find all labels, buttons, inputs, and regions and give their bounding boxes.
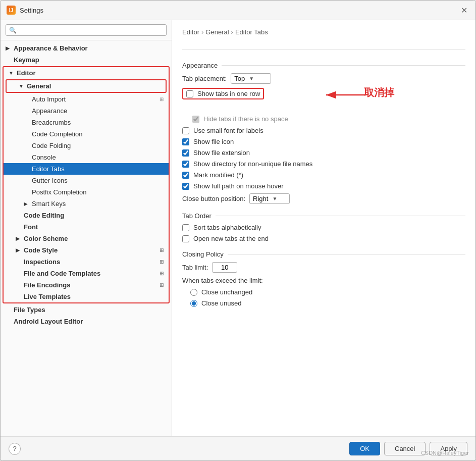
sidebar-item-file-types[interactable]: File Types bbox=[1, 304, 172, 316]
show-tabs-row: Show tabs in one row bbox=[182, 88, 264, 99]
sidebar-item-appearance[interactable]: Appearance bbox=[4, 105, 169, 117]
search-input[interactable] bbox=[19, 26, 163, 34]
sidebar-item-code-style[interactable]: ▶ Code Style ⊞ bbox=[4, 244, 169, 256]
tab-placement-label: Tab placement: bbox=[182, 75, 227, 82]
show-full-path-checkbox[interactable] bbox=[182, 183, 189, 190]
small-font-checkbox[interactable] bbox=[182, 127, 189, 134]
close-unchanged-radio[interactable] bbox=[190, 289, 197, 296]
show-file-icon-label: Show file icon bbox=[193, 138, 234, 145]
sidebar-item-appearance-behavior[interactable]: ▶ Appearance & Behavior bbox=[1, 42, 172, 54]
search-box: 🔍 bbox=[1, 20, 172, 40]
sidebar-item-smart-keys[interactable]: ▶ Smart Keys bbox=[4, 198, 169, 210]
sidebar-item-code-folding[interactable]: Code Folding bbox=[4, 140, 169, 151]
footer: ? OK Cancel Apply bbox=[1, 436, 475, 460]
sidebar-item-color-scheme[interactable]: ▶ Color Scheme bbox=[4, 233, 169, 244]
closing-policy-section-header: Closing Policy bbox=[182, 250, 465, 258]
sidebar-item-inspections[interactable]: Inspections ⊞ bbox=[4, 256, 169, 268]
cancel-button[interactable]: Cancel bbox=[384, 442, 426, 455]
show-file-ext-label: Show file extension bbox=[193, 149, 250, 157]
help-button[interactable]: ? bbox=[9, 443, 21, 455]
show-file-icon-row: Show file icon bbox=[182, 138, 465, 145]
show-directory-checkbox[interactable] bbox=[182, 161, 189, 168]
sidebar-item-code-editing[interactable]: Code Editing bbox=[4, 210, 169, 221]
tab-limit-input[interactable] bbox=[212, 262, 237, 273]
sidebar-item-editor-tabs[interactable]: Editor Tabs bbox=[4, 163, 169, 175]
show-file-ext-row: Show file extension bbox=[182, 149, 465, 157]
sidebar-item-file-encodings[interactable]: File Encodings ⊞ bbox=[4, 279, 169, 291]
title-bar: IJ Settings ✕ bbox=[1, 1, 475, 20]
ok-button[interactable]: OK bbox=[349, 442, 380, 455]
sidebar-item-console[interactable]: Console bbox=[4, 151, 169, 163]
app-icon: IJ bbox=[7, 6, 16, 15]
close-unused-row: Close unused bbox=[190, 299, 465, 307]
sort-tabs-checkbox[interactable] bbox=[182, 224, 189, 231]
show-tabs-label: Show tabs in one row bbox=[197, 90, 260, 97]
watermark: CSDN@HaleyTiger bbox=[421, 450, 469, 456]
expand-icon: ▼ bbox=[19, 83, 25, 89]
search-wrapper[interactable]: 🔍 bbox=[6, 24, 167, 36]
sidebar-item-android-layout[interactable]: Android Layout Editor bbox=[1, 316, 172, 327]
breadcrumb-sep: › bbox=[201, 28, 203, 36]
mark-modified-checkbox[interactable] bbox=[182, 172, 189, 179]
show-tabs-annotation-area: Show tabs in one row 取消掉 bbox=[182, 88, 465, 103]
small-font-row: Use small font for labels bbox=[182, 127, 465, 134]
sort-tabs-row: Sort tabs alphabetically bbox=[182, 224, 465, 231]
expand-icon: ▼ bbox=[9, 70, 15, 76]
sidebar-item-file-code-templates[interactable]: File and Code Templates ⊞ bbox=[4, 268, 169, 279]
appearance-section-header: Appearance bbox=[182, 62, 465, 69]
close-unused-radio[interactable] bbox=[190, 300, 197, 307]
mark-modified-label: Mark modified (*) bbox=[193, 171, 243, 179]
sidebar-item-general[interactable]: ▼ General bbox=[7, 80, 166, 92]
mark-modified-row: Mark modified (*) bbox=[182, 171, 465, 179]
close-button-dropdown[interactable]: Right ▼ bbox=[249, 193, 290, 204]
close-button[interactable]: ✕ bbox=[458, 5, 469, 16]
sidebar-item-postfix-completion[interactable]: Postfix Completion bbox=[4, 186, 169, 198]
tab-limit-label: Tab limit: bbox=[182, 264, 208, 271]
tab-order-label: Tab Order bbox=[182, 212, 211, 220]
sidebar-item-auto-import[interactable]: Auto Import ⊞ bbox=[4, 93, 169, 105]
show-directory-row: Show directory for non-unique file names bbox=[182, 160, 465, 168]
tab-limit-row: Tab limit: bbox=[182, 262, 465, 273]
open-new-tabs-row: Open new tabs at the end bbox=[182, 235, 465, 242]
scrollable-content: Appearance Tab placement: Top ▼ Show tab… bbox=[182, 56, 465, 428]
title-bar-left: IJ Settings bbox=[7, 6, 43, 15]
close-button-row: Close button position: Right ▼ bbox=[182, 193, 465, 204]
sidebar-item-code-completion[interactable]: Code Completion bbox=[4, 128, 169, 140]
expand-icon: ▶ bbox=[16, 247, 22, 253]
breadcrumb: Editor › General › Editor Tabs bbox=[182, 28, 465, 36]
divider bbox=[182, 49, 465, 49]
expand-icon: ▶ bbox=[24, 201, 30, 207]
show-tabs-checkbox[interactable] bbox=[186, 90, 193, 97]
appearance-label: Appearance bbox=[182, 62, 218, 69]
page-icon: ⊞ bbox=[160, 247, 164, 253]
footer-left: ? bbox=[9, 443, 21, 455]
page-icon: ⊞ bbox=[160, 259, 164, 265]
open-new-tabs-checkbox[interactable] bbox=[182, 235, 189, 242]
close-unchanged-row: Close unchanged bbox=[190, 288, 465, 296]
sidebar-item-gutter-icons[interactable]: Gutter Icons bbox=[4, 175, 169, 186]
when-exceed-row: When tabs exceed the limit: bbox=[182, 277, 465, 284]
small-font-label: Use small font for labels bbox=[193, 127, 263, 134]
hide-tabs-checkbox[interactable] bbox=[192, 116, 199, 123]
sidebar-item-live-templates[interactable]: Live Templates bbox=[4, 291, 169, 302]
hide-tabs-label: Hide tabs if there is no space bbox=[203, 115, 288, 123]
search-icon: 🔍 bbox=[9, 27, 17, 34]
sort-tabs-label: Sort tabs alphabetically bbox=[193, 224, 261, 231]
dropdown-arrow-icon: ▼ bbox=[249, 76, 254, 81]
close-unused-label: Close unused bbox=[201, 299, 242, 307]
closing-policy-label: Closing Policy bbox=[182, 250, 224, 258]
show-full-path-label: Show full path on mouse hover bbox=[193, 182, 284, 190]
sidebar-item-font[interactable]: Font bbox=[4, 221, 169, 233]
tab-placement-dropdown[interactable]: Top ▼ bbox=[231, 73, 271, 84]
show-file-icon-checkbox[interactable] bbox=[182, 138, 189, 145]
sidebar-item-editor[interactable]: ▼ Editor bbox=[4, 67, 169, 79]
right-panel: Editor › General › Editor Tabs Appearanc… bbox=[172, 20, 475, 436]
show-full-path-row: Show full path on mouse hover bbox=[182, 182, 465, 190]
show-file-ext-checkbox[interactable] bbox=[182, 149, 189, 157]
page-icon: ⊞ bbox=[160, 96, 164, 102]
section-line bbox=[222, 65, 465, 66]
sidebar-item-keymap[interactable]: Keymap bbox=[1, 54, 172, 66]
sidebar-item-breadcrumbs[interactable]: Breadcrumbs bbox=[4, 117, 169, 128]
tab-order-section-header: Tab Order bbox=[182, 212, 465, 220]
close-button-label: Close button position: bbox=[182, 195, 245, 202]
